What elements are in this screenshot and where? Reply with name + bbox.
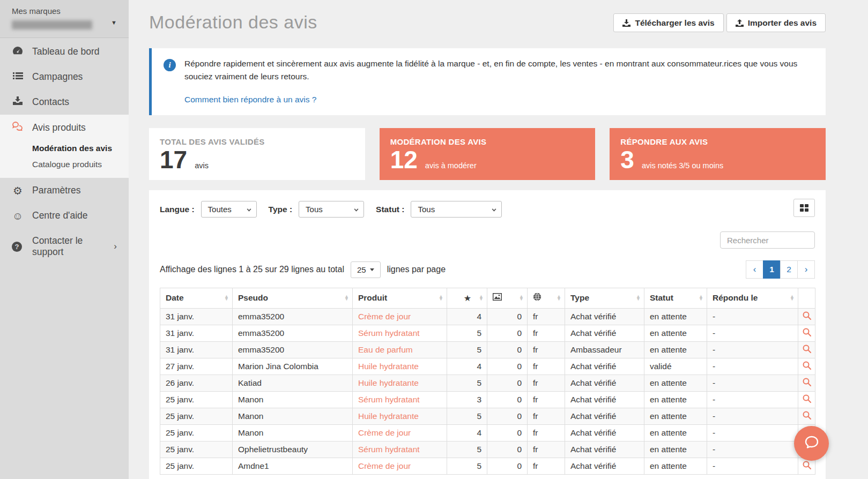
product-link[interactable]: Sérum hydratant: [358, 328, 420, 338]
search-input[interactable]: [720, 231, 815, 249]
magnifier-icon[interactable]: [803, 311, 811, 320]
sidebar-item-label: Contacts: [32, 96, 69, 108]
rows-per-page-select[interactable]: 25: [351, 261, 381, 278]
cell-pseudo: emma35200: [233, 342, 353, 358]
cell-product: Huile hydratante: [353, 375, 447, 392]
cell-pseudo: Ophelietrustbeauty: [233, 441, 353, 458]
upload-icon: [736, 19, 744, 27]
product-link[interactable]: Sérum hydratant: [358, 445, 420, 454]
brand-selector[interactable]: Mes marques ▼: [0, 0, 129, 38]
col-header-language[interactable]: ▲▼: [528, 288, 565, 309]
sort-icon: ▲▼: [790, 295, 795, 301]
cell-date: 25 janv.: [160, 458, 233, 475]
import-reviews-button[interactable]: Importer des avis: [726, 13, 826, 32]
product-link[interactable]: Crème de jour: [358, 461, 411, 470]
magnifier-icon[interactable]: [803, 461, 811, 469]
cell-type: Achat vérifié: [565, 358, 644, 375]
cell-actions: [798, 309, 815, 325]
pagination-prev-button[interactable]: ‹: [746, 260, 763, 279]
cell-photos: 0: [487, 358, 528, 375]
status-select[interactable]: Tous: [411, 201, 502, 218]
sidebar-item-product-reviews[interactable]: Avis produits: [0, 115, 129, 140]
sidebar-item-label: Contacter le support: [32, 235, 104, 258]
table-row: 25 janv.ManonHuile hydratante50frAchat v…: [160, 408, 815, 425]
cell-actions: [798, 375, 815, 392]
product-link[interactable]: Eau de parfum: [358, 345, 413, 354]
cell-type: Achat vérifié: [565, 441, 644, 458]
cell-status: en attente: [644, 392, 707, 408]
magnifier-icon[interactable]: [803, 378, 811, 386]
sidebar-subitem-moderation[interactable]: Modération des avis: [0, 140, 129, 156]
col-header-photos[interactable]: ▲▼: [487, 288, 528, 309]
sidebar-item-contact-support[interactable]: ? Contacter le support ›: [0, 228, 129, 265]
cell-rating: 4: [447, 425, 487, 441]
cell-pseudo: emma35200: [233, 309, 353, 325]
cell-product: Sérum hydratant: [353, 325, 447, 342]
cell-pseudo: Manon: [233, 408, 353, 425]
language-select[interactable]: Toutes: [201, 201, 257, 218]
card-value: 17: [160, 147, 187, 173]
col-header-product[interactable]: Produit▲▼: [353, 288, 447, 309]
col-header-status[interactable]: Statut▲▼: [644, 288, 707, 309]
sidebar-item-contacts[interactable]: Contacts: [0, 89, 129, 115]
product-link[interactable]: Huile hydratante: [358, 378, 419, 387]
dashboard-icon: [12, 46, 24, 57]
sidebar-item-dashboard[interactable]: Tableau de bord: [0, 39, 129, 64]
cell-lang: fr: [528, 392, 565, 408]
chat-support-widget[interactable]: [794, 426, 829, 461]
grid-view-button[interactable]: [793, 199, 815, 217]
select-value: Tous: [418, 205, 435, 214]
per-page-value: 25: [357, 265, 366, 274]
magnifier-icon[interactable]: [803, 345, 811, 353]
cell-pseudo: Katiad: [233, 375, 353, 392]
pagination-page-2[interactable]: 2: [780, 260, 798, 279]
card-moderation[interactable]: MODÉRATION DES AVIS 12 avis à modérer: [380, 128, 596, 180]
magnifier-icon[interactable]: [803, 328, 811, 336]
gears-icon: ⚙: [12, 185, 24, 196]
magnifier-icon[interactable]: [803, 394, 811, 403]
col-header-rating[interactable]: ★▲▼: [447, 288, 487, 309]
sort-icon: ▲▼: [439, 295, 443, 301]
rows-per-page-suffix: lignes par page: [387, 265, 446, 274]
cell-photos: 0: [487, 408, 528, 425]
sidebar-item-settings[interactable]: ⚙ Paramètres: [0, 178, 129, 203]
main-content: Modération des avis Télécharger les avis…: [129, 0, 868, 479]
cell-status: en attente: [644, 425, 707, 441]
cell-replied: -: [707, 325, 798, 342]
product-link[interactable]: Crème de jour: [358, 312, 411, 321]
product-link[interactable]: Crème de jour: [358, 428, 411, 437]
card-value: 3: [620, 147, 634, 173]
product-link[interactable]: Huile hydratante: [358, 411, 419, 421]
sidebar-item-help-center[interactable]: ☺ Centre d'aide: [0, 203, 129, 228]
card-respond[interactable]: RÉPONDRE AUX AVIS 3 avis notés 3/5 ou mo…: [610, 128, 826, 180]
magnifier-icon[interactable]: [803, 361, 811, 370]
card-total-validated[interactable]: TOTAL DES AVIS VALIDÉS 17 avis: [149, 128, 365, 180]
cell-product: Sérum hydratant: [353, 441, 447, 458]
col-header-type[interactable]: Type▲▼: [565, 288, 644, 309]
cell-actions: [798, 325, 815, 342]
smiley-icon: ☺: [12, 211, 24, 221]
cell-type: Achat vérifié: [565, 425, 644, 441]
type-select[interactable]: Tous: [299, 201, 364, 218]
col-header-replied[interactable]: Répondu le▲▼: [707, 288, 798, 309]
sidebar-subitem-catalogue[interactable]: Catalogue produits: [0, 156, 129, 173]
product-link[interactable]: Sérum hydratant: [358, 395, 420, 404]
cell-pseudo: Amdne1: [233, 458, 353, 475]
cell-rating: 4: [447, 358, 487, 375]
col-header-date[interactable]: Date▲▼: [160, 288, 233, 309]
product-link[interactable]: Huile hydratante: [358, 362, 419, 371]
col-header-pseudo[interactable]: Pseudo▲▼: [233, 288, 353, 309]
download-reviews-button[interactable]: Télécharger les avis: [613, 13, 723, 32]
sidebar-item-campaigns[interactable]: Campagnes: [0, 64, 129, 89]
card-title: TOTAL DES AVIS VALIDÉS: [160, 137, 353, 146]
magnifier-icon[interactable]: [803, 411, 811, 420]
pagination-next-button[interactable]: ›: [797, 260, 815, 279]
cell-product: Eau de parfum: [353, 342, 447, 358]
cell-status: en attente: [644, 441, 707, 458]
cell-date: 25 janv.: [160, 392, 233, 408]
cell-pseudo: Manon: [233, 425, 353, 441]
cell-replied: -: [707, 425, 798, 441]
pagination-page-1[interactable]: 1: [763, 260, 781, 279]
cell-lang: fr: [528, 309, 565, 325]
how-to-reply-link[interactable]: Comment bien répondre à un avis ?: [184, 95, 316, 104]
